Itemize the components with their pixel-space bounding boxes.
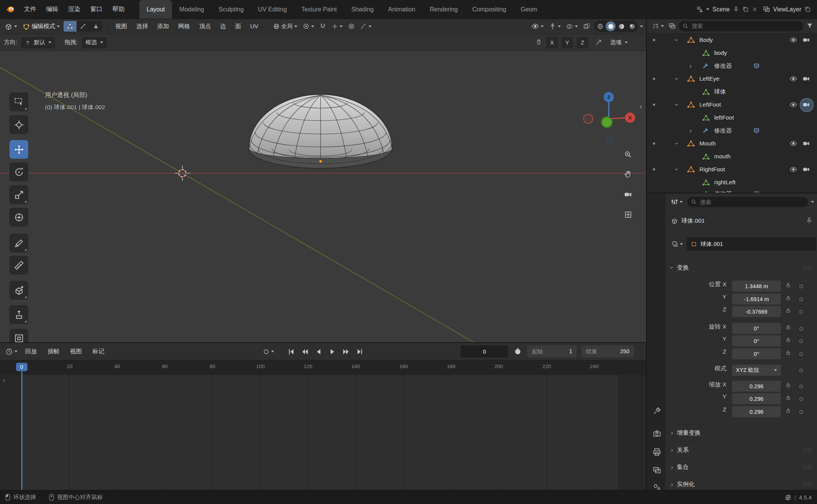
properties-search-input[interactable] [699,199,804,206]
pin-icon[interactable] [806,217,813,224]
expand-chevron[interactable]: › [673,142,680,145]
object-name[interactable]: LeftEye [699,75,720,82]
expand-chevron[interactable]: › [673,104,680,106]
properties-editor-type-button[interactable] [669,198,684,206]
drag-dropdown[interactable]: 框选 [82,37,107,48]
region-collapse-chevron[interactable]: ‹ [640,102,642,111]
location-x-field[interactable]: 1.3448 m [732,281,781,292]
menu-render[interactable]: 渲染 [63,0,85,19]
mesh-dome-object[interactable] [249,94,392,168]
outliner-row-lefteye-object[interactable]: › LeftEye [647,72,817,85]
mouse-gesture-icon[interactable] [535,39,543,46]
animate-dot[interactable] [799,327,803,330]
object-name-field[interactable]: 球体.001 [687,237,816,251]
object-name[interactable]: Body [699,37,713,43]
display-mode-icon[interactable] [669,22,676,30]
menu-playback[interactable]: 回放 [21,348,41,356]
close-icon[interactable] [752,6,758,12]
axis-y-button[interactable]: Y [562,37,573,48]
menu-edit[interactable]: 编辑 [41,0,63,19]
rotation-mode-dropdown[interactable]: XYZ 欧拉 [732,365,781,376]
animate-dot[interactable] [799,410,803,414]
location-y-field[interactable]: -1.6914 m [732,293,781,305]
jump-prev-keyframe-button[interactable] [299,346,311,357]
zoom-button[interactable] [622,148,635,161]
modifier-display-icon[interactable] [753,127,760,134]
outliner-row-mouth-mesh[interactable]: mouth [647,150,817,163]
jump-to-end-button[interactable] [354,346,365,357]
proportional-falloff-dropdown[interactable] [359,23,373,30]
play-reverse-button[interactable] [313,346,324,357]
lock-icon[interactable] [785,295,791,301]
hide-eye-icon[interactable] [790,166,797,173]
new-viewlayer-icon[interactable] [804,6,811,13]
pivot-point-dropdown[interactable] [301,23,316,30]
filter-funnel-icon[interactable] [806,22,813,29]
modifier-name[interactable]: 修改器 [714,62,732,70]
axis-z-button[interactable]: Z [577,37,588,48]
hide-eye-icon[interactable] [790,36,797,44]
animate-dot[interactable] [799,385,803,388]
tab-tool[interactable] [649,404,665,418]
mesh-data-name[interactable]: rightLeft [714,179,736,186]
tab-compositing[interactable]: Compositing [465,0,514,19]
new-scene-icon[interactable] [742,6,749,13]
transform-orientation-dropdown[interactable]: 全局 [271,23,299,30]
outliner-row-lefteye-mesh[interactable]: 球体 [647,85,817,98]
lock-icon[interactable] [785,395,791,400]
outliner-row-rightfoot-object[interactable]: › RightFoot [647,163,817,176]
browse-object-button[interactable] [670,241,685,247]
tab-view-layer[interactable] [649,463,665,477]
gizmo-x-neg[interactable] [584,114,593,123]
tool-rotate[interactable] [10,163,28,181]
xray-toggle[interactable] [582,23,592,30]
pan-hand-button[interactable] [622,168,635,181]
lock-icon[interactable] [785,324,791,330]
shading-material-button[interactable] [616,21,626,31]
expand-chevron[interactable]: › [673,39,680,41]
lock-icon[interactable] [785,282,791,288]
outliner-row-body-object[interactable]: › Body [647,33,817,46]
animate-dot[interactable] [799,397,803,401]
menu-view-timeline[interactable]: 视图 [65,348,86,356]
relations-panel-header[interactable]: › 关系 ∷∷ [665,441,817,458]
outliner-editor-type-button[interactable] [651,22,665,30]
menu-uv[interactable]: UV [247,23,262,30]
navigation-gizmo[interactable]: Z X [580,90,637,147]
tab-uv-editing[interactable]: UV Editing [251,0,294,19]
tool-annotate[interactable] [10,234,28,252]
frame-end-field[interactable]: 结束 250 [581,345,634,357]
menu-marker[interactable]: 标记 [88,348,109,356]
overlays-dropdown[interactable] [565,23,579,30]
animate-dot[interactable] [799,369,803,372]
lock-icon[interactable] [785,382,791,388]
tool-inset[interactable] [10,329,28,342]
collections-panel-header[interactable]: › 集合 ∷∷ [665,458,817,475]
vertex-select-button[interactable] [64,21,77,32]
playhead-line[interactable] [21,366,22,490]
visibility-dropdown[interactable] [530,22,545,30]
outliner-row-rightfoot-modifiers[interactable]: › 修改器 [647,187,817,193]
timeline-ruler[interactable]: 0 20 40 60 80 100 120 140 160 180 200 22… [0,360,646,375]
modifier-display-icon[interactable] [753,62,760,69]
gizmo-y-pos[interactable] [602,117,612,128]
options-dropdown[interactable]: 选项 [606,37,632,48]
edge-select-button[interactable] [77,21,89,32]
channel-expand-chevron[interactable]: › [3,376,5,384]
tool-cursor[interactable] [10,115,28,134]
lock-icon[interactable] [785,337,791,343]
tab-texture-paint[interactable]: Texture Paint [294,0,344,19]
scale-x-field[interactable]: 0.296 [732,381,781,392]
mesh-data-name[interactable]: mouth [714,153,731,160]
tool-scale[interactable] [10,185,28,204]
playhead-badge[interactable]: 0 [16,363,27,371]
hide-eye-icon[interactable] [790,75,797,83]
network-offline-icon[interactable] [785,494,791,501]
tab-modeling[interactable]: Modeling [172,0,211,19]
menu-select[interactable]: 选择 [133,22,152,30]
modifier-name[interactable]: 修改器 [714,127,732,135]
animate-dot[interactable] [799,285,803,288]
animate-dot[interactable] [799,310,803,314]
scale-z-field[interactable]: 0.296 [732,406,781,417]
viewport-3d[interactable]: 方向: 默认 拖拽: 框选 X Y Z [0,34,646,342]
